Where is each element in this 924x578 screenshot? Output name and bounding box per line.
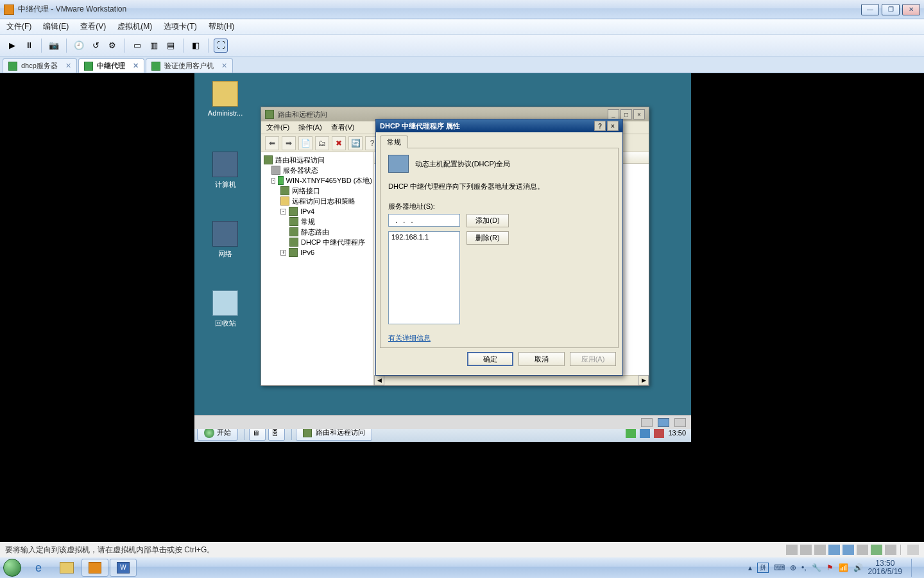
back-icon[interactable]: ⬅ [265, 136, 279, 150]
device-net1-icon[interactable] [828, 545, 840, 555]
tray-expand-icon[interactable]: ▴ [748, 563, 752, 572]
dialog-titlebar[interactable]: DHCP 中继代理程序 属性 ? × [376, 119, 622, 132]
tray-punct-icon[interactable]: •, [801, 563, 807, 572]
pinned-word[interactable]: W [110, 559, 137, 577]
desktop-icon-administrator[interactable]: Administr... [202, 81, 248, 117]
device-usb-icon[interactable] [857, 545, 868, 555]
apply-button[interactable]: 应用(A) [570, 352, 616, 366]
list-item[interactable]: 192.168.1.1 [391, 233, 457, 241]
desktop-icon-network[interactable]: 网络 [202, 221, 248, 259]
guest-desktop[interactable]: Administr... 计算机 网络 回收站 路由和远程访问 _ □ × 文件… [194, 73, 691, 442]
tab-dhcp-server[interactable]: dhcp服务器 ✕ [3, 58, 77, 73]
host-date[interactable]: 2016/5/19 [868, 568, 902, 576]
tree-static-routes[interactable]: 静态路由 [262, 227, 372, 237]
up-icon[interactable]: 📄 [298, 136, 312, 150]
tree-remote-access[interactable]: 远程访问日志和策略 [262, 196, 372, 206]
device-message-icon[interactable] [907, 545, 919, 555]
device-sound-icon[interactable] [871, 545, 882, 555]
host-close-button[interactable]: ✕ [902, 4, 920, 15]
ok-button[interactable]: 确定 [467, 352, 513, 366]
forward-icon[interactable]: ➡ [282, 136, 296, 150]
collapse-icon[interactable]: - [271, 178, 275, 184]
mmc-menu-view[interactable]: 查看(V) [331, 123, 355, 132]
show-desktop-button[interactable] [911, 559, 918, 577]
tree-dhcp-relay[interactable]: DHCP 中继代理程序 [262, 237, 372, 247]
scroll-right-icon[interactable]: ▶ [638, 375, 649, 385]
collapse-icon[interactable]: - [280, 209, 286, 215]
tab-close-icon[interactable]: ✕ [133, 62, 139, 70]
device-printer-icon[interactable] [885, 545, 896, 555]
device-floppy-icon[interactable] [814, 545, 826, 555]
host-start-button[interactable] [0, 557, 24, 578]
tree-server-status[interactable]: 服务器状态 [262, 165, 372, 175]
pinned-explorer[interactable] [53, 559, 80, 577]
tab-close-icon[interactable]: ✕ [221, 62, 227, 70]
tree-server[interactable]: -WIN-XTNYF465YBD (本地) [262, 175, 372, 186]
scroll-left-icon[interactable]: ◀ [374, 375, 384, 385]
desktop-icon-recycle[interactable]: 回收站 [202, 290, 248, 328]
menu-help[interactable]: 帮助(H) [209, 21, 235, 32]
mmc-close-button[interactable]: × [633, 109, 645, 119]
mmc-tree[interactable]: 路由和远程访问 服务器状态 -WIN-XTNYF465YBD (本地) 网络接口… [261, 152, 374, 385]
tab-close-icon[interactable]: ✕ [65, 62, 71, 70]
tray-wrench-icon[interactable]: 🔧 [812, 563, 821, 572]
mmc-maximize-button[interactable]: □ [620, 109, 632, 119]
vm-viewport[interactable]: Administr... 计算机 网络 回收站 路由和远程访问 _ □ × 文件… [0, 73, 924, 542]
tb-unity-icon[interactable]: ◧ [189, 39, 203, 53]
tb-snap-take-icon[interactable]: 🕘 [72, 39, 86, 53]
tray-keyboard-icon[interactable]: ⌨ [774, 563, 785, 572]
tb-power-on-icon[interactable]: ▶ [5, 39, 19, 53]
device-hdd-icon[interactable] [786, 545, 798, 555]
more-info-link[interactable]: 有关详细信息 [388, 333, 431, 343]
dialog-close-button[interactable]: × [607, 121, 619, 131]
tree-ipv4[interactable]: -IPv4 [262, 206, 372, 216]
tb-snap-revert-icon[interactable]: ↺ [89, 39, 103, 53]
tb-snap-manage-icon[interactable]: ⚙ [105, 39, 119, 53]
tb-suspend-icon[interactable]: ⏸ [22, 39, 36, 53]
tab-general[interactable]: 常规 [380, 136, 408, 148]
tree-root[interactable]: 路由和远程访问 [262, 155, 372, 165]
add-button[interactable]: 添加(D) [466, 214, 509, 227]
pinned-vmware[interactable] [81, 559, 108, 577]
properties-icon[interactable]: 🗂 [315, 136, 329, 150]
menu-tabs[interactable]: 选项卡(T) [164, 21, 196, 32]
host-minimize-button[interactable]: — [861, 4, 879, 15]
menu-view[interactable]: 查看(V) [80, 21, 106, 32]
tb-snapshot-icon[interactable]: 📷 [47, 39, 61, 53]
remove-button[interactable]: 删除(R) [466, 231, 509, 245]
device-fullscreen-icon[interactable] [674, 418, 686, 427]
device-net2-icon[interactable] [843, 545, 854, 555]
server-address-input[interactable] [388, 214, 460, 227]
device-cdrom-icon[interactable] [641, 418, 653, 427]
cancel-button[interactable]: 取消 [518, 352, 565, 366]
menu-vm[interactable]: 虚拟机(M) [117, 21, 152, 32]
tab-verify-client[interactable]: 验证使用客户机 ✕ [146, 58, 233, 73]
tray-flag-icon[interactable]: ⚑ [826, 563, 834, 572]
server-address-list[interactable]: 192.168.1.1 [388, 231, 460, 324]
device-cd-icon[interactable] [800, 545, 812, 555]
mmc-menu-file[interactable]: 文件(F) [266, 123, 289, 132]
menu-edit[interactable]: 编辑(E) [43, 21, 69, 32]
mmc-minimize-button[interactable]: _ [608, 109, 619, 119]
tray-network-icon[interactable]: 📶 [839, 563, 848, 572]
tab-relay-agent[interactable]: 中继代理 ✕ [78, 58, 144, 73]
host-maximize-button[interactable]: ❐ [882, 4, 900, 15]
tray-ime2-icon[interactable]: ⊕ [790, 563, 796, 572]
ime-icon[interactable]: 拼 [757, 563, 769, 573]
expand-icon[interactable]: + [280, 250, 286, 256]
tb-fullscreen-icon[interactable]: ⛶ [214, 39, 228, 53]
mmc-menu-action[interactable]: 操作(A) [298, 123, 322, 132]
pinned-ie[interactable]: e [25, 559, 52, 577]
tree-ipv6[interactable]: +IPv6 [262, 247, 372, 258]
menu-file[interactable]: 文件(F) [6, 21, 31, 32]
desktop-icon-computer[interactable]: 计算机 [202, 152, 248, 189]
tb-view-multi-icon[interactable]: ▥ [147, 39, 161, 53]
tb-view-single-icon[interactable]: ▭ [130, 39, 144, 53]
tree-general[interactable]: 常规 [262, 216, 372, 227]
delete-icon[interactable]: ✖ [332, 136, 346, 150]
guest-clock[interactable]: 13:50 [668, 429, 686, 437]
tree-interfaces[interactable]: 网络接口 [262, 186, 372, 196]
tb-view-console-icon[interactable]: ▤ [164, 39, 178, 53]
mmc-scrollbar[interactable]: ◀ ▶ [374, 375, 649, 385]
dialog-help-button[interactable]: ? [594, 121, 606, 131]
